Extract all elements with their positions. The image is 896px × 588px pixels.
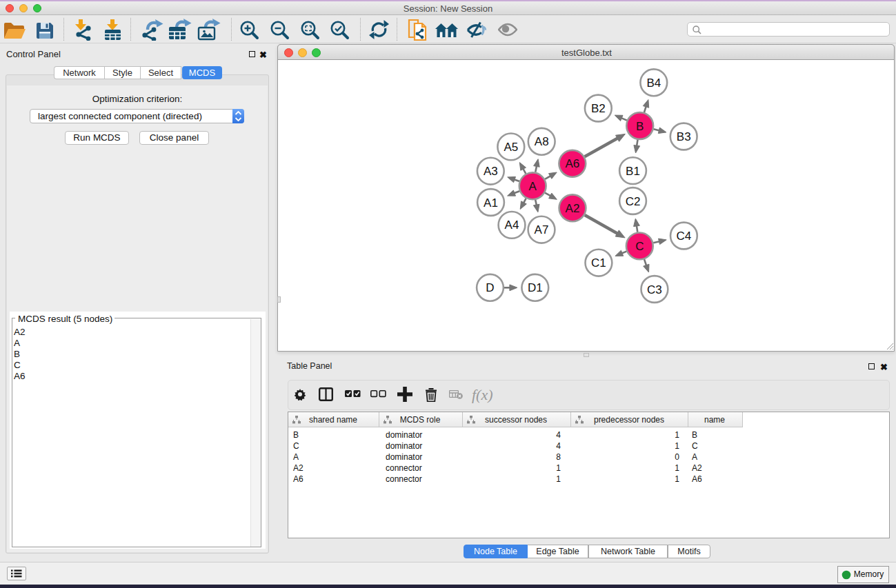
svg-text:A1: A1 bbox=[484, 196, 498, 210]
svg-text:C: C bbox=[635, 240, 644, 253]
svg-text:B2: B2 bbox=[591, 102, 606, 115]
svg-text:A2: A2 bbox=[566, 202, 580, 215]
svg-text:A6: A6 bbox=[565, 157, 579, 170]
svg-text:D1: D1 bbox=[528, 281, 543, 294]
svg-text:B1: B1 bbox=[626, 165, 640, 178]
svg-text:C4: C4 bbox=[677, 230, 692, 243]
svg-text:A7: A7 bbox=[535, 223, 549, 236]
svg-text:B4: B4 bbox=[646, 77, 661, 90]
svg-text:A8: A8 bbox=[535, 135, 549, 148]
svg-text:C2: C2 bbox=[626, 195, 641, 208]
svg-text:A4: A4 bbox=[505, 219, 519, 232]
svg-text:C3: C3 bbox=[647, 283, 662, 296]
svg-text:C1: C1 bbox=[591, 256, 606, 270]
svg-text:B3: B3 bbox=[677, 130, 691, 143]
svg-text:B: B bbox=[636, 120, 644, 133]
svg-text:A3: A3 bbox=[484, 165, 498, 178]
svg-text:D: D bbox=[486, 281, 494, 294]
svg-text:A: A bbox=[529, 180, 537, 193]
svg-text:A5: A5 bbox=[504, 141, 518, 154]
